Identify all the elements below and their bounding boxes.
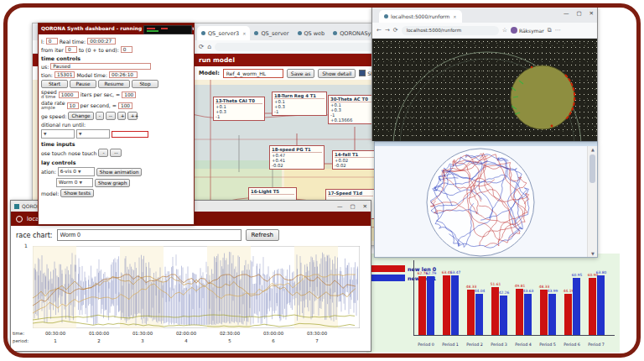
condition-select-2[interactable]: ▼ [76, 129, 110, 139]
pause-button[interactable]: Pause [70, 80, 96, 88]
tab-favicon [333, 31, 337, 35]
scroll-up-icon[interactable]: ▲ [588, 147, 598, 152]
speed-plus-button[interactable]: + [117, 112, 126, 120]
field-label: l: [41, 39, 44, 44]
tab-qs-server[interactable]: QS_server [250, 26, 293, 40]
to-end-field[interactable]: 0 [121, 46, 132, 53]
update-rate-field[interactable]: 10 [67, 102, 79, 109]
speed-pct-field[interactable]: 100 [122, 92, 136, 98]
show-graph-button[interactable]: Show graph [95, 179, 130, 187]
change-speed-button[interactable]: Change [68, 112, 93, 120]
diagram-node[interactable]: 18-speed PG T1 +0.47 +0.41 -0.02 [269, 145, 325, 170]
field-sublabel: ample [41, 105, 55, 110]
profile-chip[interactable]: Räksymar [511, 27, 544, 34]
scrollbar[interactable]: ▲ ▼ [587, 146, 597, 257]
resume-button[interactable]: Resume [98, 80, 130, 88]
tab-close-icon[interactable]: ✕ [453, 14, 456, 19]
tab-qs-server3[interactable]: QS_server3 ✕ [197, 26, 250, 40]
tab-favicon [298, 31, 302, 35]
favorite-star-icon[interactable]: ☆ [502, 27, 507, 34]
model-name-input[interactable]: Ref_4_worm_HL [223, 69, 283, 78]
field-label: ge speed: [41, 113, 66, 119]
animation-select[interactable]: 6-vis 0▼ [58, 167, 95, 176]
home-icon[interactable]: ⌂ [207, 43, 211, 50]
bar-new-len-0-p5 [540, 290, 548, 335]
bar-new-len-1-p6 [573, 278, 580, 335]
worm-paths-canvas [375, 146, 588, 259]
field-label: us: [41, 64, 49, 70]
time-axis-name: time: [13, 331, 24, 336]
maximize-icon[interactable]: ▢ [350, 203, 355, 210]
dashboard-titlebar[interactable]: QORONA Synth dashboard - running model :… [39, 24, 194, 34]
stop-button[interactable]: Stop [132, 80, 158, 88]
period-axis-name: period: [13, 338, 29, 343]
address-bar[interactable]: ☆ [215, 43, 397, 51]
bar-new-len-0-p6 [564, 294, 572, 335]
length-bar-chart-panel: new len 0 new len 1 62.7662.79Period 063… [366, 254, 620, 353]
x-tick-time: 01:30:00 [125, 331, 160, 336]
field-label: ose touch [41, 150, 66, 156]
start-button[interactable]: Start [41, 80, 68, 88]
extensions-icon[interactable]: ⧉ [548, 27, 552, 34]
forward-icon[interactable]: → [385, 27, 390, 34]
x-tick-time: 00:30:00 [38, 331, 73, 336]
back-icon[interactable]: ← [377, 27, 382, 34]
bar-value-label: 43.63 [519, 289, 538, 293]
speed-minus2-button[interactable]: -- [106, 112, 116, 120]
show-tests-button[interactable]: Show tests [60, 189, 94, 197]
condition-value-field[interactable] [112, 131, 148, 138]
bar-category-label: Period 7 [584, 343, 609, 347]
speed-plus2-button[interactable]: ++ [127, 112, 138, 120]
address-bar[interactable]: localhost:5000/runform [402, 26, 499, 35]
y-tick-label: 1 [24, 243, 28, 249]
diagram-node[interactable]: 18-Turn Reg 4 T1 +0.1 +0.3 -1 [272, 92, 327, 116]
condition-select-1[interactable]: ▼ [41, 129, 75, 139]
x-tick-time: 02:00:00 [169, 331, 204, 336]
touch-minus-button[interactable]: - [98, 149, 108, 157]
bar-new-len-1-p4 [524, 294, 532, 335]
runform-tabstrip: localhost:5000/runform ✕ — ▢ ✕ [372, 8, 597, 23]
speed-minus-button[interactable]: - [96, 112, 104, 120]
show-animation-button[interactable]: Show animation [96, 168, 143, 176]
refresh-icon[interactable]: ⟳ [393, 27, 398, 34]
minimize-icon[interactable]: — [337, 203, 343, 210]
diagram-node[interactable]: 13-Theta CAI T0 +0.1 +0.3 -1 [213, 97, 265, 121]
scroll-down-icon[interactable]: ▼ [588, 251, 598, 256]
iter-start-field[interactable]: 0 [46, 38, 58, 44]
scrollbar-thumb[interactable] [589, 154, 595, 183]
close-icon[interactable]: ✕ [363, 203, 367, 210]
minimize-icon[interactable]: — [564, 10, 569, 17]
bar-value-label: 51.61 [486, 282, 505, 286]
close-icon[interactable]: ✕ [589, 10, 594, 17]
save-as-button[interactable]: Save as [287, 69, 314, 78]
graph-target-select[interactable]: Worm 0▼ [56, 178, 93, 187]
site-info-icon[interactable] [16, 216, 23, 222]
bar-new-len-1-p3 [500, 296, 507, 335]
bar-category-label: Period 3 [486, 343, 512, 347]
rate-pct-field[interactable]: 100 [118, 102, 132, 109]
maximize-icon[interactable]: ▢ [576, 10, 581, 17]
touch-minus2-button[interactable]: -- [110, 149, 122, 157]
from-iter-field[interactable]: 0 [65, 46, 77, 53]
refresh-icon[interactable]: ⟳ [199, 43, 204, 50]
chart-target-input[interactable] [57, 229, 242, 241]
diagram-node[interactable]: 14-fall T1 +0.02 -0.02 [332, 150, 377, 170]
speed-field[interactable]: 1000 [59, 92, 79, 98]
tab-favicon [201, 31, 205, 35]
food-patch-circle [511, 65, 574, 129]
tab-favicon [254, 31, 258, 35]
refresh-button[interactable]: Refresh [246, 229, 279, 241]
bar-category-label: Period 6 [559, 343, 584, 347]
field-label: Real time: [60, 39, 86, 44]
runform-tab[interactable]: localhost:5000/runform ✕ [379, 10, 462, 23]
x-tick-period: 3 [125, 338, 160, 343]
bar-new-len-1-p5 [548, 294, 556, 335]
bar-new-len-1-p2 [475, 294, 483, 335]
simulation-arena-view [372, 39, 597, 141]
tab-close-icon[interactable]: ✕ [242, 31, 246, 36]
tab-qs-web[interactable]: QS web [293, 26, 330, 40]
bar-value-label: 63.80 [592, 270, 610, 275]
show-detail-button[interactable]: Show detail [318, 69, 356, 78]
real-time-field[interactable]: 00:00:27 [87, 38, 116, 44]
settings-menu-icon[interactable]: ⋯ [555, 27, 561, 34]
